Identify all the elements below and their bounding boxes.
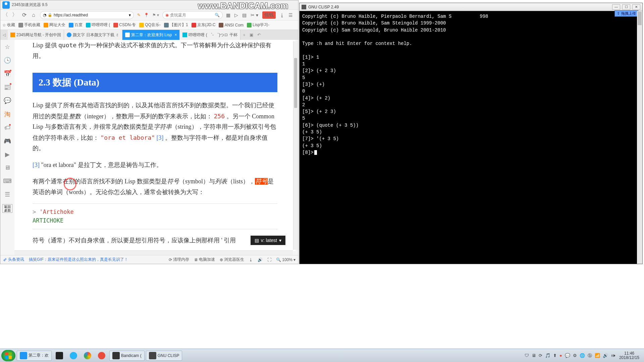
monitor-icon[interactable]: 🖥 <box>4 164 10 171</box>
fullscreen-icon[interactable]: ⛶ <box>267 257 271 262</box>
start-button[interactable] <box>1 350 15 361</box>
favorites-root[interactable]: ☆收藏 <box>2 22 15 28</box>
fav-item[interactable]: 网址大全 <box>44 22 65 28</box>
calendar-icon[interactable]: 📅 <box>4 70 11 77</box>
tray-icon[interactable]: 🔊 <box>603 353 608 358</box>
download-status-icon[interactable]: ⭳ <box>249 257 253 262</box>
taskbar-clock[interactable]: 11:46 2018/12/15 <box>618 351 641 360</box>
home-button[interactable]: ⌂ <box>31 12 37 18</box>
scrollbar-thumb[interactable] <box>294 58 297 108</box>
url-text: https://acl.readthed <box>54 13 127 17</box>
tray-icon[interactable]: 🛡 <box>525 353 529 358</box>
grid-icon[interactable]: ▦ <box>226 12 230 18</box>
tray-icon[interactable]: ● <box>559 353 562 358</box>
extension-dropdown[interactable]: ⚑ ▾ <box>152 13 159 17</box>
search-box[interactable]: ◉ 🔍 <box>162 11 223 19</box>
terminal-scrollbar[interactable] <box>637 11 642 264</box>
tab-item-active[interactable]: 第二章：欢迎来到 Lisp × <box>122 30 180 40</box>
fav-item[interactable]: 【图片】1 <box>164 22 188 28</box>
money-button[interactable]: 领钱 <box>262 11 276 19</box>
tray-icon[interactable]: ⚙ <box>573 353 577 358</box>
maximize-button[interactable]: ☐ <box>622 4 630 10</box>
footnote-label[interactable]: [3] <box>33 162 40 168</box>
fav-item[interactable]: Lisp学习- <box>247 22 269 28</box>
discount-icon[interactable]: 🏷 <box>4 124 10 131</box>
tray-icon[interactable]: 🕪 <box>611 353 615 358</box>
footnote-link[interactable]: [3] <box>157 134 164 141</box>
page-scrollbar-vertical[interactable] <box>293 41 298 250</box>
browser-doctor[interactable]: ⊕ 浏览器医生 <box>220 257 244 262</box>
tab-item[interactable]: 哔哩哔哩 ( ゜- ゜)つロ 干杯 <box>180 30 240 40</box>
fav-item[interactable]: ANSI Com <box>219 23 244 27</box>
back-button[interactable]: 〈 <box>2 12 8 18</box>
video-icon[interactable]: ▷ <box>234 12 238 18</box>
wechat-icon[interactable]: 💬 <box>4 97 11 104</box>
back-desktop-button[interactable]: 返回 桌面 <box>2 204 12 213</box>
document-viewport[interactable]: Lisp 提供 quote 作为一种保护表达式不被求值的方式。下一节将解释为什么… <box>14 40 296 251</box>
task-pinned[interactable] <box>81 351 94 361</box>
task-item[interactable]: GNU CLISP <box>146 351 182 361</box>
headline-link[interactable]: 🗞 头条资讯 <box>3 257 24 262</box>
version-badge[interactable]: ▤ v: latest ▾ <box>251 236 285 245</box>
close-button[interactable]: ✕ <box>632 4 640 10</box>
clear-memory[interactable]: ⟳ 清理内存 <box>169 257 189 262</box>
tray-icon[interactable]: 📶 <box>595 353 600 358</box>
taobao-icon[interactable]: 淘 <box>4 110 10 118</box>
reader-icon[interactable]: ▤ <box>242 12 247 18</box>
fav-item[interactable]: 哔哩哔哩 ( <box>86 22 110 28</box>
tray-icon[interactable]: 🎵 <box>545 353 550 358</box>
speed-up[interactable]: 🖥 电脑加速 <box>194 257 215 262</box>
list-icon[interactable]: ☰ <box>5 191 10 198</box>
url-dropdown-icon[interactable]: ▾ <box>129 13 131 17</box>
bandicam-icon <box>112 352 120 359</box>
extension-icon-2[interactable]: 📍 <box>144 13 149 17</box>
scrollbar-thumb[interactable] <box>638 12 642 25</box>
tab-new[interactable]: ＋ <box>240 30 248 40</box>
tray-icon[interactable]: ⟳ <box>539 353 542 358</box>
task-pinned[interactable] <box>95 351 108 361</box>
menu-icon[interactable]: ☰ <box>288 12 293 18</box>
scissors-icon[interactable]: ✂ ▾ <box>251 12 258 18</box>
tab-prev[interactable]: ◁ <box>0 30 8 40</box>
upload-badge[interactable]: ⇧拖拽上传 <box>614 10 638 17</box>
tray-icon[interactable]: 🖥 <box>532 353 536 358</box>
fav-item[interactable]: 百度 <box>69 22 83 28</box>
tray-icon[interactable]: 💬 <box>565 353 570 358</box>
calc-icon[interactable]: ⌨ <box>3 177 12 185</box>
news-icon[interactable]: 📰 <box>4 83 11 91</box>
tab-item[interactable]: 颜文字 日本颜文字下载 ꒰ <box>64 30 122 40</box>
clisp-task-icon <box>149 352 156 359</box>
close-icon[interactable]: × <box>174 33 177 37</box>
tab-restore[interactable]: ▣ <box>248 30 255 40</box>
game-icon[interactable]: 🎮 <box>4 137 11 145</box>
search-input[interactable] <box>170 13 213 17</box>
page-scrollbar-horizontal[interactable] <box>14 250 293 255</box>
tray-icon[interactable]: 🌐 <box>580 353 585 358</box>
video-icon[interactable]: ▶ <box>5 151 10 158</box>
star-icon[interactable]: ☆ <box>5 43 10 51</box>
fav-item[interactable]: CSDN-专 <box>113 22 136 28</box>
sound-icon[interactable]: 🔊 <box>258 257 263 262</box>
terminal-body[interactable]: Copyright (c) Bruno Haible, Pierpaolo Be… <box>300 11 642 158</box>
tab-undo[interactable]: ↶ <box>255 30 263 40</box>
fav-item[interactable]: 手机收藏 <box>18 22 40 28</box>
search-icon[interactable]: 🔍 <box>215 13 220 17</box>
url-box[interactable]: ◔ 🔒 https://acl.readthed ▾ <box>40 11 134 19</box>
history-icon[interactable]: 🕓 <box>4 57 11 64</box>
forward-button[interactable]: 〉 <box>12 12 18 18</box>
task-item[interactable]: Bandicam ( <box>109 351 145 361</box>
tray-icon[interactable]: ⬆ <box>553 353 557 358</box>
zoom-indicator[interactable]: 🔍 100% ▾ <box>276 257 296 262</box>
funny-link[interactable]: 搞笑GIF：原来证件照是这么照出来的，真是长见识了！ <box>29 257 128 262</box>
reload-button[interactable]: ⟳ <box>21 12 27 18</box>
fav-item[interactable]: QQ音乐- <box>139 22 161 28</box>
download-icon[interactable]: ⭳ <box>280 12 284 18</box>
minimize-button[interactable]: — <box>612 4 620 10</box>
fav-item[interactable]: 京东(JD.C <box>192 22 216 28</box>
tab-item[interactable]: 2345网址导航 - 开创中国 <box>8 30 64 40</box>
task-pinned[interactable] <box>53 351 66 361</box>
tray-icon[interactable]: ⓑ <box>588 353 592 359</box>
task-pinned[interactable] <box>67 351 80 361</box>
task-item[interactable]: 第二章：欢 <box>17 351 52 361</box>
extension-icon-1[interactable]: ✎ <box>137 13 141 17</box>
